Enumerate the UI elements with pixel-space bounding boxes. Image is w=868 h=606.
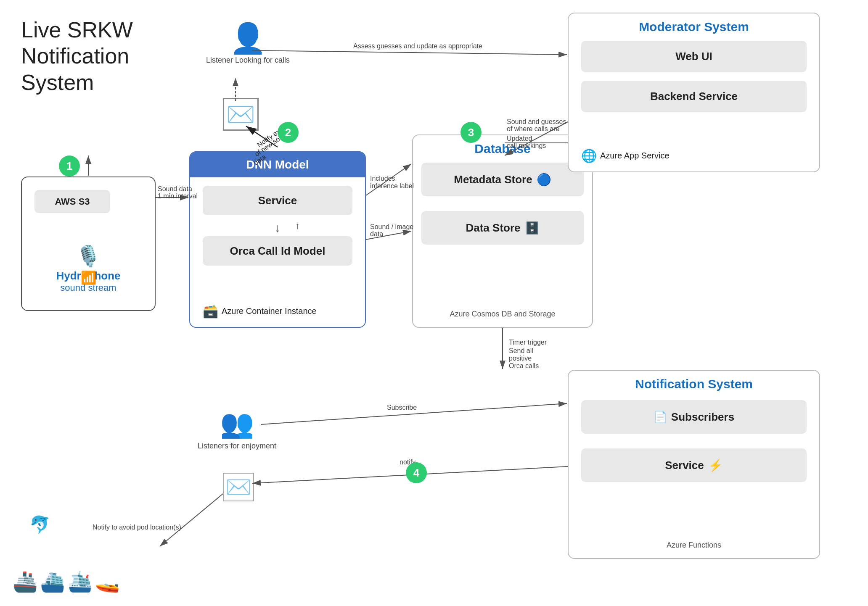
- svg-text:positive: positive: [509, 355, 532, 362]
- subscribers-label: 📄 Subscribers: [581, 400, 807, 434]
- step-2-circle: 2: [278, 122, 299, 143]
- diagram: Live SRKW Notification System 1 2 3 4 AW…: [0, 0, 868, 606]
- listener-label: Listener Looking for calls: [206, 55, 290, 65]
- backend-label: Backend Service: [581, 81, 807, 112]
- azure-app-service-badge: 🌐 Azure App Service: [581, 148, 670, 163]
- dnn-down-arrow: ↓: [275, 221, 281, 235]
- svg-text:Sound data: Sound data: [158, 185, 192, 192]
- page-title: Live SRKW Notification System: [21, 17, 133, 95]
- svg-line-5: [366, 164, 411, 195]
- notification-box: Notification System 📄 Subscribers Servic…: [568, 370, 820, 559]
- envelope-icon: ✉️: [223, 98, 259, 131]
- moderator-box: Moderator System Web UI Backend Service …: [568, 13, 820, 172]
- svg-text:Orca calls: Orca calls: [509, 362, 539, 369]
- mail-envelope-bottom: ✉️: [223, 475, 254, 499]
- listeners-group: 👥 Listeners for enjoyment: [198, 408, 276, 451]
- notification-title: Notification System: [569, 377, 819, 391]
- step-3-circle: 3: [460, 122, 482, 143]
- azure-cosmos-label: Azure Cosmos DB and Storage: [413, 310, 592, 319]
- metadata-icon: 🔵: [537, 173, 551, 187]
- datastore-icon: 🗄️: [525, 221, 540, 235]
- svg-text:of where calls are: of where calls are: [507, 125, 559, 132]
- dnn-model-box: DNN Model Service ↓ Orca Call Id Model ↓…: [189, 151, 366, 328]
- group-icon: 👥: [198, 408, 276, 440]
- svg-text:Sound and guesses: Sound and guesses: [507, 118, 566, 125]
- svg-text:inference label: inference label: [370, 182, 414, 190]
- svg-text:Subscribe: Subscribe: [387, 404, 417, 411]
- svg-text:Timer trigger: Timer trigger: [509, 339, 547, 346]
- svg-line-8: [366, 231, 411, 240]
- svg-text:Includes: Includes: [370, 175, 395, 182]
- dnn-up-arrow: ↓: [295, 221, 300, 232]
- document-icon: 📄: [654, 411, 667, 424]
- orca-model-label: Orca Call Id Model: [203, 236, 352, 266]
- metadata-store-label: Metadata Store 🔵: [421, 163, 584, 196]
- svg-text:Send all: Send all: [509, 347, 533, 354]
- azure-globe-icon: 🌐: [581, 148, 597, 163]
- svg-text:Assess guesses and update as a: Assess guesses and update as appropriate: [353, 42, 482, 50]
- lightning-icon: ⚡: [708, 458, 723, 472]
- svg-line-29: [261, 403, 567, 424]
- wifi-icon: 📶: [81, 270, 96, 285]
- envelope-bottom-icon: ✉️: [223, 473, 254, 501]
- database-title: Database: [413, 142, 592, 156]
- ship-1-icon: 🚢: [13, 570, 38, 593]
- hydrophone-box: AWS S3 Hydrophone sound stream 🎙️ 📶: [21, 177, 156, 311]
- ship-3-icon: 🛳️: [67, 570, 93, 593]
- ship-2-icon: ⛴️: [40, 570, 65, 593]
- azure-container-icon: 🗃️: [203, 304, 218, 319]
- listener-person: 👤 Listener Looking for calls: [206, 21, 290, 65]
- submarine-icon: 🚤: [95, 570, 120, 593]
- svg-text:Notify to avoid pod location(s: Notify to avoid pod location(s): [93, 524, 181, 531]
- mail-envelope-top: ✉️: [223, 101, 259, 128]
- listeners-label: Listeners for enjoyment: [198, 442, 276, 451]
- person-icon: 👤: [206, 21, 290, 55]
- dnn-header: DNN Model: [190, 152, 365, 177]
- data-store-label: Data Store 🗄️: [421, 211, 584, 245]
- step-4-circle: 4: [406, 462, 427, 483]
- microphone-icon: 🎙️: [76, 245, 101, 268]
- svg-line-17: [252, 50, 567, 55]
- database-box: Database Metadata Store 🔵 Data Store 🗄️ …: [412, 134, 593, 328]
- service-label: Service ⚡: [581, 448, 807, 482]
- webui-label: Web UI: [581, 41, 807, 72]
- ships-area: 🚢 ⛴️ 🛳️ 🚤: [13, 570, 120, 593]
- aws-s3-label: AWS S3: [34, 190, 110, 213]
- dnn-service-label: Service: [203, 186, 352, 215]
- moderator-title: Moderator System: [569, 20, 819, 34]
- svg-text:data: data: [370, 230, 383, 237]
- orca-icon: 🐬: [29, 515, 50, 535]
- svg-text:Sound / image: Sound / image: [370, 223, 413, 230]
- step-1-circle: 1: [59, 155, 80, 177]
- svg-line-33: [160, 494, 223, 546]
- azure-functions-label: Azure Functions: [569, 541, 819, 550]
- azure-container-badge: 🗃️ Azure Container Instance: [203, 304, 317, 319]
